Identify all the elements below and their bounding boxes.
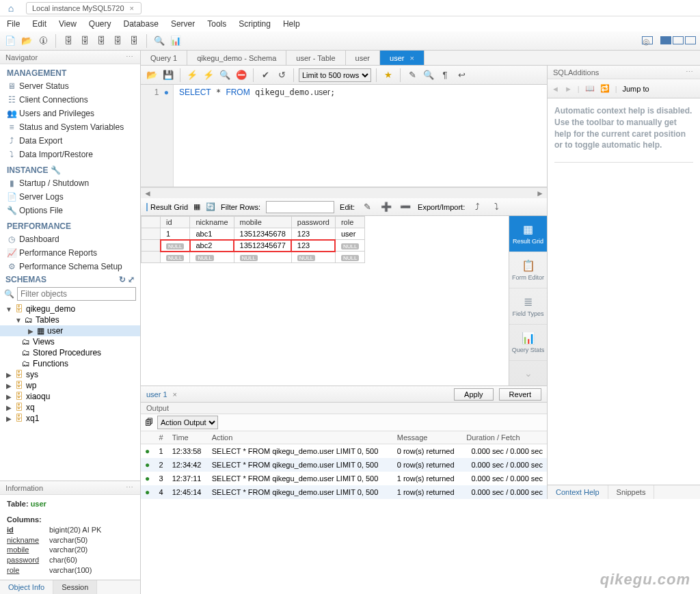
menu-file[interactable]: File	[7, 19, 20, 29]
wrap-icon[interactable]: ↩	[455, 68, 468, 82]
result-doc-label[interactable]: user 1	[146, 390, 167, 399]
etab-user-table[interactable]: user - Table	[286, 51, 345, 65]
tree-sp[interactable]: 🗂Stored Procedures	[0, 347, 140, 358]
apply-button[interactable]: Apply	[454, 388, 494, 401]
pin-icon[interactable]: ¶	[438, 68, 452, 82]
db-config-icon[interactable]: 🗄	[95, 35, 107, 47]
nav-perf-reports[interactable]: 📈Performance Reports	[0, 246, 140, 260]
tree-db-xq1[interactable]: ▶🗄xq1	[0, 413, 140, 424]
side-tab-field-types[interactable]: ≣Field Types	[509, 288, 548, 325]
star-icon[interactable]: ★	[381, 68, 395, 82]
nav-status-vars[interactable]: ≡Status and System Variables	[0, 120, 140, 134]
db-migrate-icon[interactable]: 🗄	[128, 35, 140, 47]
help-icon[interactable]: 📖	[585, 84, 595, 93]
rollback-icon[interactable]: ↺	[275, 68, 288, 82]
beautify-icon[interactable]: ✎	[405, 68, 419, 82]
edit-row-icon[interactable]: ✎	[360, 200, 374, 214]
connection-tab[interactable]: Local instance MySQL5720 ×	[26, 2, 142, 14]
nav-server-logs[interactable]: 📄Server Logs	[0, 190, 140, 204]
editor-scrollbar[interactable]: ◄►	[141, 187, 547, 198]
nav-server-status[interactable]: 🖥Server Status	[0, 79, 140, 93]
nav-options-file[interactable]: 🔧Options File	[0, 204, 140, 217]
etab-query1[interactable]: Query 1	[141, 51, 187, 65]
save-icon[interactable]: 💾	[161, 68, 175, 82]
side-tab-result-grid[interactable]: ▦Result Grid	[509, 216, 548, 252]
tree-db-sys[interactable]: ▶🗄sys	[0, 369, 140, 380]
db-sync-icon[interactable]: 🗄	[111, 35, 124, 47]
output-type-select[interactable]: Action Output	[157, 416, 218, 429]
find-icon[interactable]: 🔍	[422, 68, 435, 82]
menu-view[interactable]: View	[59, 19, 77, 29]
output-clear-icon[interactable]: 🗐	[145, 418, 153, 427]
schema-filter-input[interactable]	[17, 287, 136, 301]
layout-switcher[interactable]: ◎	[642, 36, 696, 46]
side-tab-form-editor[interactable]: 📋Form Editor	[509, 252, 548, 288]
close-result-icon[interactable]: ×	[173, 390, 177, 399]
db-add-icon[interactable]: 🗄	[79, 35, 91, 47]
nav-startup-shutdown[interactable]: ▮Startup / Shutdown	[0, 176, 140, 190]
tab-snippets[interactable]: Snippets	[608, 485, 655, 499]
next-icon[interactable]: ►	[565, 85, 572, 93]
menu-query[interactable]: Query	[89, 19, 111, 29]
auto-help-icon[interactable]: 🔁	[600, 84, 610, 93]
close-icon[interactable]: ×	[130, 4, 134, 12]
open-sql-icon[interactable]: 📂	[21, 35, 33, 47]
close-icon[interactable]: ×	[409, 54, 414, 62]
nav-perf-schema[interactable]: ⚙Performance Schema Setup	[0, 260, 140, 273]
new-sql-icon[interactable]: 📄	[4, 35, 16, 47]
delete-row-icon[interactable]: ➖	[399, 200, 412, 214]
commit-icon[interactable]: ✔	[258, 68, 272, 82]
open-file-icon[interactable]: 📂	[145, 68, 159, 82]
home-icon[interactable]: ⌂	[4, 2, 18, 14]
db-icon[interactable]: 🗄	[62, 35, 75, 47]
tab-object-info[interactable]: Object Info	[0, 580, 53, 594]
schemas-controls[interactable]: ↻ ⤢	[119, 275, 135, 284]
etab-user-active[interactable]: user×	[380, 51, 425, 65]
menu-tools[interactable]: Tools	[207, 19, 226, 29]
menu-scripting[interactable]: Scripting	[239, 19, 271, 29]
nav-dashboard[interactable]: ◷Dashboard	[0, 232, 140, 246]
revert-button[interactable]: Revert	[499, 388, 541, 401]
tab-session[interactable]: Session	[53, 580, 97, 594]
menu-server[interactable]: Server	[171, 19, 195, 29]
grid-view-icon[interactable]: ▦	[193, 202, 200, 211]
etab-schema[interactable]: qikegu_demo - Schema	[187, 51, 286, 65]
side-tab-more[interactable]: ⌄	[509, 361, 548, 386]
nav-data-import[interactable]: ⤵Data Import/Restore	[0, 148, 140, 161]
panel-controls[interactable]: ⋯	[126, 53, 135, 62]
prev-icon[interactable]: ◄	[552, 85, 559, 93]
import-result-icon[interactable]: ⤵	[489, 200, 503, 214]
tree-views[interactable]: 🗂Views	[0, 336, 140, 347]
execute-icon[interactable]: ⚡	[185, 68, 199, 82]
stop-icon[interactable]: ⛔	[234, 68, 248, 82]
search-icon[interactable]: 🔍	[153, 35, 165, 47]
sql-editor[interactable]: 1 ● SELECT * FROM qikegu_demo.user;	[141, 85, 547, 187]
refresh-icon[interactable]: 🔄	[206, 202, 215, 211]
nav-data-export[interactable]: ⤴Data Export	[0, 134, 140, 148]
nav-users-privileges[interactable]: 👥Users and Privileges	[0, 107, 140, 120]
nav-client-connections[interactable]: ☷Client Connections	[0, 93, 140, 107]
tree-db-qikegu[interactable]: ▼🗄qikegu_demo	[0, 303, 140, 314]
result-grid[interactable]: idnicknamemobilepasswordrole1abc11351234…	[141, 216, 509, 386]
limit-select[interactable]: Limit to 500 rows	[299, 68, 371, 82]
filter-rows-input[interactable]	[266, 201, 334, 213]
inspector-icon[interactable]: 🛈	[37, 35, 49, 47]
tree-table-user[interactable]: ▶▦user	[0, 325, 140, 336]
dashboard-icon[interactable]: 📊	[170, 35, 182, 47]
add-row-icon[interactable]: ➕	[379, 200, 393, 214]
tree-db-xq[interactable]: ▶🗄xq	[0, 402, 140, 413]
side-tab-query-stats[interactable]: 📊Query Stats	[509, 325, 548, 361]
explain-icon[interactable]: 🔍	[218, 68, 232, 82]
menu-database[interactable]: Database	[124, 19, 159, 29]
schema-tree[interactable]: ▼🗄qikegu_demo ▼🗂Tables ▶▦user 🗂Views 🗂St…	[0, 302, 140, 481]
export-result-icon[interactable]: ⤴	[470, 200, 484, 214]
tab-context-help[interactable]: Context Help	[548, 485, 608, 499]
tree-db-wp[interactable]: ▶🗄wp	[0, 380, 140, 391]
tree-fn[interactable]: 🗂Functions	[0, 358, 140, 369]
etab-user-1[interactable]: user	[346, 51, 380, 65]
tree-tables[interactable]: ▼🗂Tables	[0, 314, 140, 325]
menu-edit[interactable]: Edit	[32, 19, 46, 29]
execute-current-icon[interactable]: ⚡	[202, 68, 215, 82]
tree-db-xiaoqu[interactable]: ▶🗄xiaoqu	[0, 391, 140, 402]
menu-help[interactable]: Help	[283, 19, 300, 29]
